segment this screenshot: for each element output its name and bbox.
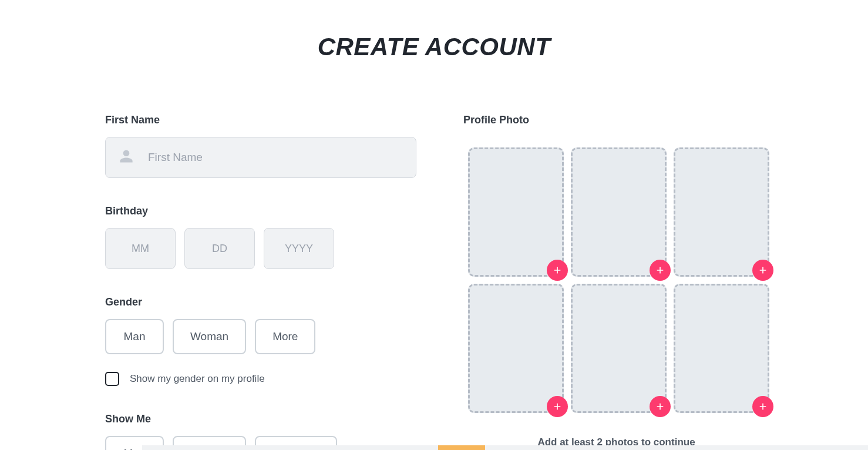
progress-segment xyxy=(438,445,485,450)
plus-icon xyxy=(655,266,665,275)
add-photo-button[interactable] xyxy=(547,396,568,417)
add-photo-button[interactable] xyxy=(650,260,671,281)
show-me-label: Show Me xyxy=(105,413,416,425)
birthday-month-wrap[interactable] xyxy=(105,228,176,269)
first-name-label: First Name xyxy=(105,114,416,126)
add-photo-button[interactable] xyxy=(752,396,773,417)
plus-icon xyxy=(758,402,768,411)
first-name-input[interactable] xyxy=(148,151,403,164)
plus-icon xyxy=(758,266,768,275)
photo-slot[interactable] xyxy=(571,147,667,277)
add-photo-button[interactable] xyxy=(650,396,671,417)
add-photo-button[interactable] xyxy=(752,260,773,281)
photo-slot[interactable] xyxy=(468,147,564,277)
first-name-input-wrap[interactable] xyxy=(105,137,416,178)
photo-slot[interactable] xyxy=(674,284,769,413)
plus-icon xyxy=(553,402,562,411)
gender-man-button[interactable]: Man xyxy=(105,319,164,354)
photo-slot[interactable] xyxy=(468,284,564,413)
page-title: CREATE ACCOUNT xyxy=(105,33,763,61)
gender-woman-button[interactable]: Woman xyxy=(173,319,246,354)
birthday-day-input[interactable] xyxy=(185,243,254,255)
bottom-strip xyxy=(142,445,868,450)
add-photo-button[interactable] xyxy=(547,260,568,281)
plus-icon xyxy=(553,266,562,275)
show-gender-label: Show my gender on my profile xyxy=(130,373,265,385)
show-gender-checkbox[interactable] xyxy=(105,372,119,386)
person-icon xyxy=(119,149,134,166)
birthday-day-wrap[interactable] xyxy=(184,228,255,269)
birthday-month-input[interactable] xyxy=(106,243,175,255)
photo-slot[interactable] xyxy=(674,147,769,277)
birthday-year-wrap[interactable] xyxy=(264,228,334,269)
photo-slot[interactable] xyxy=(571,284,667,413)
photo-grid xyxy=(468,147,769,413)
gender-label: Gender xyxy=(105,296,416,308)
plus-icon xyxy=(655,402,665,411)
gender-more-button[interactable]: More xyxy=(255,319,315,354)
birthday-label: Birthday xyxy=(105,205,416,217)
profile-photo-label: Profile Photo xyxy=(463,114,769,126)
birthday-year-input[interactable] xyxy=(264,243,334,255)
